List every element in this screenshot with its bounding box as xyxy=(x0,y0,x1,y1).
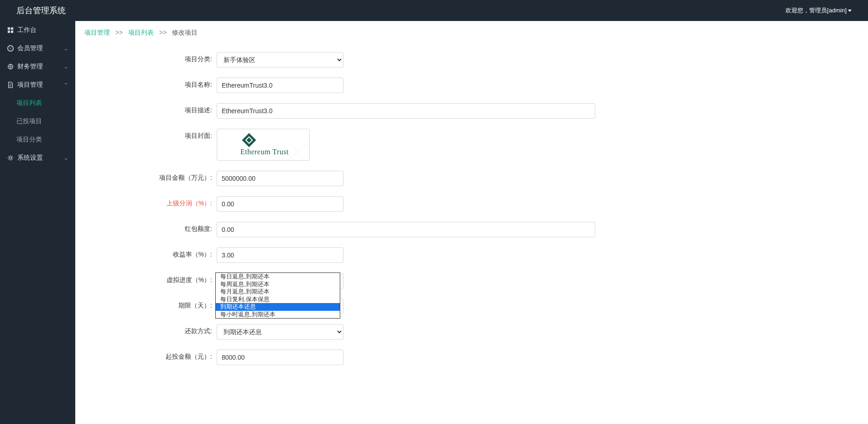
label-repay: 还款方式: xyxy=(84,324,217,335)
sidebar-item-projects[interactable]: 项目管理 ⌃ xyxy=(0,76,75,94)
sidebar-item-project-list[interactable]: 项目列表 xyxy=(0,94,75,112)
svg-rect-1 xyxy=(11,27,13,30)
sidebar-item-label: 财务管理 xyxy=(17,63,64,71)
repay-select[interactable]: 到期还本还息 xyxy=(217,324,343,340)
label-commission: 上级分润（%）: xyxy=(84,196,217,208)
label-amount: 项目金额（万元）: xyxy=(84,171,217,182)
repay-select-dropdown: 每日返息,到期还本 每周返息,到期还本 每月返息,到期还本 每日复利,保本保息 … xyxy=(215,272,340,319)
breadcrumb-current: 修改项目 xyxy=(172,29,198,36)
svg-rect-2 xyxy=(8,31,10,33)
breadcrumb-sep: >> xyxy=(159,29,166,36)
sidebar-item-categories[interactable]: 项目分类 xyxy=(0,131,75,149)
sidebar-item-label: 项目管理 xyxy=(17,81,64,89)
dropdown-option[interactable]: 每小时返息,到期还本 xyxy=(216,311,340,319)
sidebar-submenu-projects: 项目列表 已投项目 项目分类 xyxy=(0,94,75,149)
amount-input[interactable] xyxy=(217,171,343,186)
sidebar-item-label: 会员管理 xyxy=(17,44,64,52)
name-input[interactable] xyxy=(217,78,343,93)
sidebar-item-members[interactable]: Y 会员管理 ⌄ xyxy=(0,39,75,58)
label-virtual-progress: 虚拟进度（%）: xyxy=(84,273,217,284)
chevron-down-icon: ⌄ xyxy=(64,46,68,52)
dropdown-option[interactable]: 每日复利,保本保息 xyxy=(216,296,340,304)
app-title: 后台管理系统 xyxy=(16,5,66,16)
category-select[interactable]: 新手体验区 xyxy=(217,52,343,68)
breadcrumb-l2[interactable]: 项目列表 xyxy=(128,29,154,36)
chevron-down-icon xyxy=(848,10,852,12)
sidebar-item-finance[interactable]: 财务管理 ⌄ xyxy=(0,58,75,76)
globe-icon xyxy=(7,63,14,70)
label-yield: 收益率（%）: xyxy=(84,247,217,259)
label-min-invest: 起投金额（元）: xyxy=(84,350,217,361)
commission-input[interactable] xyxy=(217,196,343,212)
user-menu[interactable]: 欢迎您，管理员[admin] xyxy=(785,6,852,15)
sidebar: 工作台 Y 会员管理 ⌄ 财务管理 ⌄ 项目管理 ⌃ 项目列表 已投项目 xyxy=(0,21,75,424)
member-icon: Y xyxy=(7,45,14,52)
dropdown-option[interactable]: 到期还本还息 xyxy=(216,303,340,311)
breadcrumb: 项目管理 >> 项目列表 >> 修改项目 xyxy=(75,21,868,45)
document-icon xyxy=(7,82,14,88)
label-envelope: 红包额度: xyxy=(84,222,217,233)
desc-input[interactable] xyxy=(217,103,595,119)
dropdown-option[interactable]: 每日返息,到期还本 xyxy=(216,273,340,281)
gear-icon xyxy=(7,155,14,161)
dropdown-option[interactable]: 每月返息,到期还本 xyxy=(216,288,340,296)
chevron-down-icon: ⌄ xyxy=(64,64,68,70)
dropdown-option[interactable]: 每周返息,到期还本 xyxy=(216,281,340,288)
envelope-input[interactable] xyxy=(217,222,595,237)
breadcrumb-l1[interactable]: 项目管理 xyxy=(84,29,110,36)
sidebar-item-label: 工作台 xyxy=(17,26,68,34)
project-form: 项目分类: 新手体验区 项目名称: 项目描述: xyxy=(75,45,868,382)
dashboard-icon xyxy=(7,27,14,33)
svg-point-7 xyxy=(9,157,11,159)
min-invest-input[interactable] xyxy=(217,350,343,365)
label-cover: 项目封面: xyxy=(84,129,217,140)
welcome-text: 欢迎您，管理员[admin] xyxy=(785,6,847,15)
sidebar-item-label: 系统设置 xyxy=(17,154,64,162)
chevron-up-icon: ⌃ xyxy=(64,82,68,88)
label-category: 项目分类: xyxy=(84,52,217,63)
svg-rect-3 xyxy=(11,31,13,33)
label-period: 期限（天）: xyxy=(84,298,217,310)
sidebar-item-settings[interactable]: 系统设置 ⌄ xyxy=(0,149,75,167)
sidebar-item-dashboard[interactable]: 工作台 xyxy=(0,21,75,39)
label-desc: 项目描述: xyxy=(84,103,217,115)
breadcrumb-sep: >> xyxy=(115,29,123,36)
label-name: 项目名称: xyxy=(84,78,217,89)
yield-input[interactable] xyxy=(217,247,343,263)
chevron-down-icon: ⌄ xyxy=(64,155,68,161)
app-header: 后台管理系统 欢迎您，管理员[admin] xyxy=(0,0,868,21)
sidebar-item-invested[interactable]: 已投项目 xyxy=(0,112,75,131)
svg-rect-0 xyxy=(8,27,10,30)
cover-upload[interactable]: Ethereum Trust xyxy=(217,129,310,161)
main-content: 项目管理 >> 项目列表 >> 修改项目 项目分类: 新手体验区 项目名称: xyxy=(75,21,868,424)
svg-text:Y: Y xyxy=(10,47,12,50)
